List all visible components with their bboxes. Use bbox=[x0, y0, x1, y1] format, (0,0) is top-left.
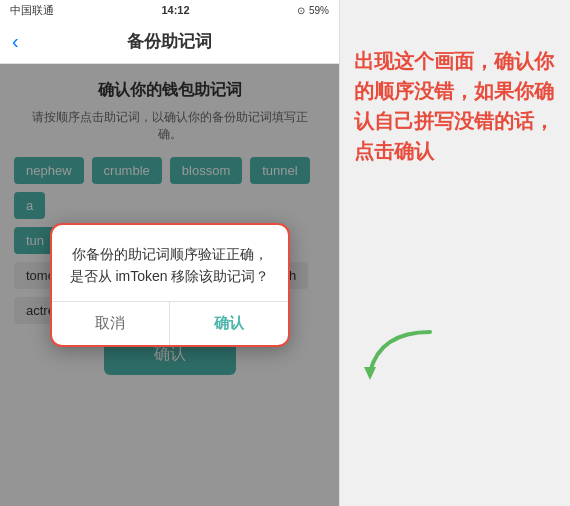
dialog-body: 你备份的助记词顺序验证正确，是否从 imToken 移除该助记词？ bbox=[52, 225, 288, 302]
annotation-section: 出现这个画面，确认你的顺序没错，如果你确认自己拼写没错的话，点击确认 bbox=[340, 0, 570, 506]
dialog-message: 你备份的助记词顺序验证正确，是否从 imToken 移除该助记词？ bbox=[68, 243, 272, 288]
dialog-confirm-button[interactable]: 确认 bbox=[170, 302, 288, 345]
arrow-icon bbox=[360, 322, 440, 382]
battery-text: 59% bbox=[309, 5, 329, 16]
dialog-cancel-button[interactable]: 取消 bbox=[52, 302, 171, 345]
phone-screen: 中国联通 14:12 ⊙ 59% ‹ 备份助记词 确认你的钱包助记词 请按顺序点… bbox=[0, 0, 340, 506]
arrow-container bbox=[360, 322, 440, 386]
main-content: 确认你的钱包助记词 请按顺序点击助记词，以确认你的备份助记词填写正确。 neph… bbox=[0, 64, 339, 506]
battery-icon: ⊙ bbox=[297, 5, 305, 16]
nav-bar: ‹ 备份助记词 bbox=[0, 20, 339, 64]
status-right: ⊙ 59% bbox=[297, 5, 329, 16]
dialog-overlay: 你备份的助记词顺序验证正确，是否从 imToken 移除该助记词？ 取消 确认 bbox=[0, 64, 339, 506]
nav-title: 备份助记词 bbox=[127, 30, 212, 53]
status-time: 14:12 bbox=[161, 4, 189, 16]
dialog-buttons: 取消 确认 bbox=[52, 301, 288, 345]
annotation-text: 出现这个画面，确认你的顺序没错，如果你确认自己拼写没错的话，点击确认 bbox=[354, 46, 556, 166]
back-button[interactable]: ‹ bbox=[12, 30, 19, 53]
dialog: 你备份的助记词顺序验证正确，是否从 imToken 移除该助记词？ 取消 确认 bbox=[50, 223, 290, 348]
status-bar: 中国联通 14:12 ⊙ 59% bbox=[0, 0, 339, 20]
status-left: 中国联通 bbox=[10, 3, 54, 18]
carrier-text: 中国联通 bbox=[10, 3, 54, 18]
svg-marker-0 bbox=[364, 367, 376, 380]
